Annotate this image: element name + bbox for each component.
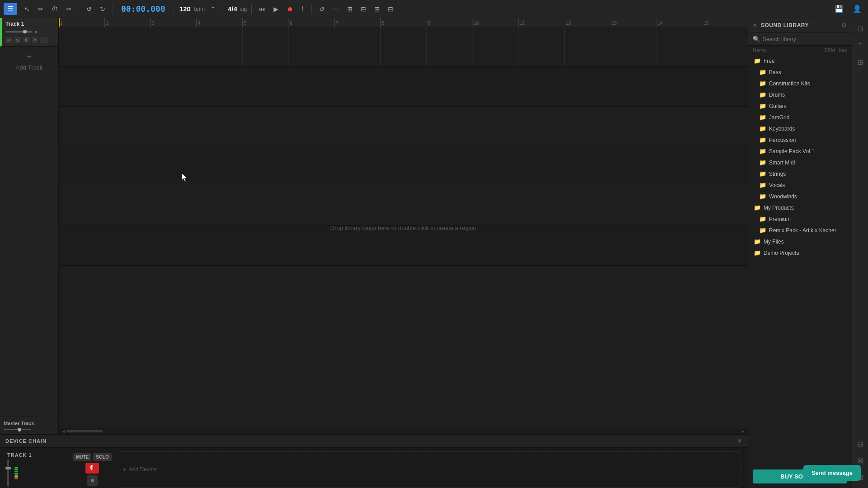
library-item-free[interactable]: 📁Free [748,55,852,66]
track-headers-spacer [0,76,58,417]
empty-lane-3[interactable] [59,107,748,146]
menu-button[interactable]: ☰ [4,3,17,15]
bottom-solo-btn[interactable]: SOLO [93,453,111,461]
add-device-btn[interactable]: + Add Device [123,466,156,473]
library-item-premium[interactable]: 📁Premium [748,213,852,225]
track-1-menu-btn[interactable]: ⋯ [40,37,47,43]
library-item-vocals[interactable]: 📁Vocals [748,179,852,191]
left-bottom: TRACK 1 [7,452,66,487]
loop-mode-btn[interactable]: ⌇ [298,4,307,14]
library-item-guitars[interactable]: 📁Guitars [748,100,852,112]
add-device-icon: + [123,466,126,473]
send-message-button[interactable]: Send message [803,465,861,481]
track-1-eq-btn[interactable]: ≡ [32,37,38,43]
far-right-btn-2[interactable]: ⌃ [854,38,866,52]
track-1-volume-slider[interactable] [5,31,33,33]
scroll-thumb[interactable] [66,430,103,432]
grid-btn[interactable]: ⊞ [372,4,382,14]
scissors-tool-btn[interactable]: ✂ [63,4,74,14]
track-1-lane[interactable] [59,27,748,67]
library-item-sample-pack-vol1[interactable]: 📁Sample Pack Vol 1 [748,145,852,157]
library-item-demo-projects[interactable]: 📁Demo Projects [748,247,852,258]
bottom-panel-close-btn[interactable]: ✕ [737,437,742,445]
bottom-fader[interactable] [7,460,9,487]
divider-2 [113,4,113,14]
library-item-drums[interactable]: 📁Drums [748,89,852,100]
bottom-mute-btn[interactable]: MUTE [73,453,91,461]
device-chain-area[interactable]: + Add Device [119,451,741,488]
grid-cell [564,27,610,66]
divider-1 [79,4,79,14]
bottom-mic-btn[interactable]: 🎙 [85,463,99,474]
library-item-remix-pack[interactable]: 📁Remix Pack - Artik x Kacher [748,225,852,236]
profile-btn[interactable]: 👤 [850,3,864,15]
sound-library-settings-btn[interactable]: ⚙ [841,22,847,29]
scroll-left-arrow[interactable]: ◂ [61,429,66,434]
master-volume-row [4,429,55,430]
library-item-jamgrid[interactable]: 📁JamGrid [748,112,852,123]
mix-btn[interactable]: ⊟ [385,4,396,14]
pencil-tool-btn[interactable]: ✏ [35,4,46,14]
sound-library-close-btn[interactable]: ✕ [753,22,757,28]
bpm-arrows[interactable]: ⌃ [208,4,218,14]
add-track-button[interactable]: + Add Track [0,47,58,76]
track-1-solo-btn[interactable]: S [14,37,21,43]
library-item-label-percussion: Percussion [769,137,847,143]
record-btn[interactable]: ⏺ [284,4,296,14]
redo-btn[interactable]: ↻ [97,4,108,14]
library-item-construction-kits[interactable]: 📁Construction Kits [748,78,852,89]
folder-icon: 📁 [759,136,766,143]
metronome-btn[interactable]: ⋯ [330,4,342,14]
library-item-strings[interactable]: 📁Strings [748,168,852,179]
library-item-bass[interactable]: 📁Bass [748,66,852,78]
empty-lane-6[interactable] [59,226,748,266]
save-btn[interactable]: 💾 [832,3,846,15]
far-right-btn-1[interactable]: ⊡ [854,22,866,36]
bottom-eq-btn[interactable]: ≡ [87,475,98,486]
tracks-grid[interactable]: Drop library loops here or double click … [59,27,748,428]
play-btn[interactable]: ▶ [271,4,281,14]
track-1-arm-btn[interactable]: 🎙 [23,37,30,43]
tempo-tool-btn[interactable]: ⏱ [49,4,61,14]
empty-lane-2[interactable] [59,67,748,107]
library-item-label-premium: Premium [769,216,847,222]
snap-btn[interactable]: ⊞ [344,4,355,14]
undo-btn[interactable]: ↺ [84,4,94,14]
library-item-label-woodwinds: Woodwinds [769,193,847,200]
level-meter [14,467,18,479]
h-scrollbar[interactable]: ◂ ▸ [59,428,748,434]
library-item-woodwinds[interactable]: 📁Woodwinds [748,191,852,202]
track-1-controls: M S 🎙 ≡ ⋯ [5,37,55,43]
empty-lane-5[interactable] [59,186,748,226]
loop-btn[interactable]: ↺ [316,4,327,14]
search-input[interactable] [763,36,847,42]
master-volume-slider[interactable] [4,429,31,430]
far-right-btn-3[interactable]: ⊞ [854,55,866,69]
library-item-label-construction-kits: Construction Kits [769,80,847,87]
timeline-ruler[interactable]: 123456789101112131415 [59,18,748,27]
far-right-btn-4[interactable]: ⊟ [854,437,866,451]
library-item-keyboards[interactable]: 📁Keyboards [748,123,852,134]
ruler-mark-2: 2 [104,18,151,27]
add-track-label: Add Track [15,64,42,71]
folder-icon: 📁 [754,57,761,64]
library-item-label-jamgrid: JamGrid [769,114,847,121]
library-item-smart-midi[interactable]: 📁Smart Midi [748,157,852,168]
bottom-track-label: TRACK 1 [7,452,66,458]
merge-btn[interactable]: ⊟ [358,4,369,14]
rewind-btn[interactable]: ⏮ [256,4,268,14]
track-1-mute-btn[interactable]: M [5,37,13,43]
library-item-label-free: Free [764,58,847,64]
folder-icon: 📁 [759,114,766,121]
grid-cell [380,27,426,66]
library-item-percussion[interactable]: 📁Percussion [748,134,852,145]
pointer-tool-btn[interactable]: ↖ [22,4,33,14]
grid-cell [288,27,335,66]
grid-cell [610,27,656,66]
empty-lane-4[interactable] [59,146,748,186]
scroll-right-arrow[interactable]: ▸ [740,429,746,434]
library-item-my-files[interactable]: 📁My Files [748,236,852,247]
library-item-my-products[interactable]: 📁My Products [748,202,852,213]
arrangement: 123456789101112131415 [59,18,748,434]
folder-icon: 📁 [759,216,766,222]
